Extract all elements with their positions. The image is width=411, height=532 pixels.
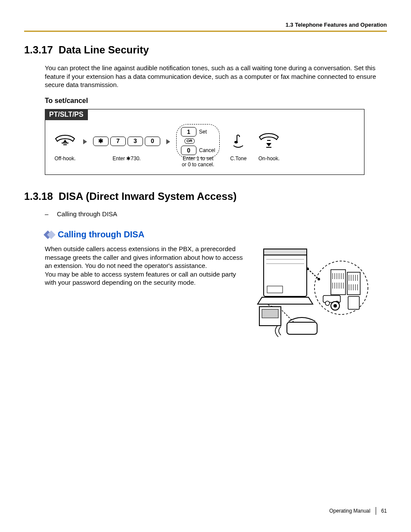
section-2-number: 1.3.18 <box>24 190 53 202</box>
caption-line1: Enter 1 to set <box>183 156 213 162</box>
step-enter-code-label: Enter ✱730. <box>112 156 140 162</box>
disa-body-2: You may be able to access system feature… <box>45 271 236 286</box>
section-1-number: 1.3.17 <box>24 44 53 56</box>
svg-marker-2 <box>266 143 271 146</box>
procedure-diagram: PT/SLT/PS Off-hook. <box>45 109 364 175</box>
arrow-icon <box>166 139 170 144</box>
key-3: 3 <box>128 137 143 146</box>
svg-rect-8 <box>287 322 317 334</box>
device-type-tab: PT/SLT/PS <box>45 109 88 120</box>
confirmation-tone-icon <box>232 133 245 150</box>
disa-illustration <box>251 245 371 344</box>
set-cancel-group: 1 Set OR 0 Cancel <box>176 124 220 158</box>
svg-rect-41 <box>348 296 359 309</box>
svg-point-12 <box>306 268 309 270</box>
key-7: 7 <box>110 137 126 146</box>
section-2-title: DISA (Direct Inward System Access) <box>59 190 237 202</box>
disa-body-1: When outside callers access extensions i… <box>45 245 243 269</box>
calling-through-disa-subhead: Calling through DISA <box>45 230 387 240</box>
footer-page-number: 61 <box>381 508 387 514</box>
key-sequence: ✱ 7 3 0 <box>93 137 160 146</box>
step-onhook: On-hook. <box>257 129 281 162</box>
section-2-heading: 1.3.18 DISA (Direct Inward System Access… <box>24 190 387 202</box>
section-1-heading: 1.3.17 Data Line Security <box>24 44 387 56</box>
section-2-bullet: –Calling through DISA <box>45 210 387 218</box>
section-1-body: You can protect the line against audible… <box>45 64 387 89</box>
step-enter-code: ✱ 7 3 0 Enter ✱730. <box>93 129 160 162</box>
label-cancel: Cancel <box>199 147 215 153</box>
key-set: 1 <box>181 127 196 137</box>
svg-rect-10 <box>262 309 278 318</box>
step-ctone-label: C.Tone <box>230 156 246 162</box>
section-1-title: Data Line Security <box>59 44 149 56</box>
svg-point-1 <box>234 141 238 143</box>
key-0: 0 <box>145 137 160 146</box>
svg-point-39 <box>325 301 330 305</box>
svg-point-43 <box>333 304 337 308</box>
page-footer: Operating Manual 61 <box>329 507 387 515</box>
onhook-handset-icon <box>257 133 281 150</box>
subhead-text: Calling through DISA <box>58 230 144 240</box>
svg-rect-7 <box>267 286 283 293</box>
key-cancel: 0 <box>181 146 196 155</box>
header-breadcrumb: 1.3 Telephone Features and Operation <box>24 22 387 28</box>
caption-line2: or 0 to cancel. <box>182 162 214 168</box>
offhook-handset-icon <box>53 133 77 150</box>
footer-separator <box>376 507 376 515</box>
label-or: OR <box>184 138 195 144</box>
svg-rect-4 <box>264 249 307 255</box>
svg-point-13 <box>318 278 320 280</box>
bullet-text: Calling through DISA <box>57 210 117 218</box>
step-set-cancel: 1 Set OR 0 Cancel Enter 1 to set or 0 to… <box>176 129 220 168</box>
step-offhook-label: Off-hook. <box>54 156 75 162</box>
bullet-dash-icon: – <box>45 210 57 218</box>
section-1-subhead: To set/cancel <box>45 97 387 105</box>
footer-manual: Operating Manual <box>329 508 370 514</box>
step-onhook-label: On-hook. <box>258 156 280 162</box>
svg-marker-0 <box>63 140 67 142</box>
step-set-cancel-caption: Enter 1 to set or 0 to cancel. <box>182 156 214 168</box>
step-ctone: C.Tone <box>230 129 246 162</box>
label-set: Set <box>199 129 207 135</box>
disa-body-text: When outside callers access extensions i… <box>45 245 243 287</box>
step-offhook: Off-hook. <box>53 129 77 162</box>
key-star: ✱ <box>93 137 109 146</box>
procedure-flow: Off-hook. ✱ 7 3 0 Enter ✱730. <box>45 120 364 168</box>
diamond-bullet-icon <box>45 232 54 238</box>
header-rule <box>24 31 387 32</box>
arrow-icon <box>83 139 87 144</box>
